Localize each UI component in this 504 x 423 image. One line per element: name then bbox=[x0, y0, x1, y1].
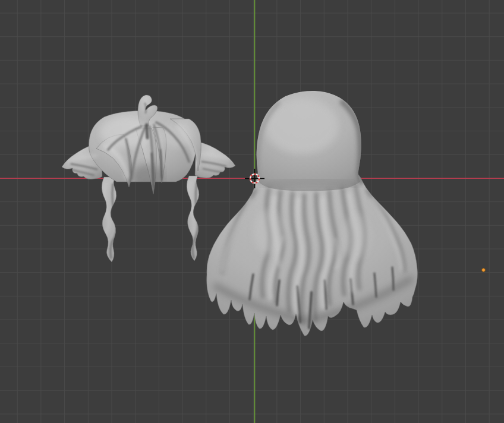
object-origin-dot[interactable] bbox=[482, 269, 486, 272]
3d-viewport[interactable] bbox=[0, 0, 504, 423]
